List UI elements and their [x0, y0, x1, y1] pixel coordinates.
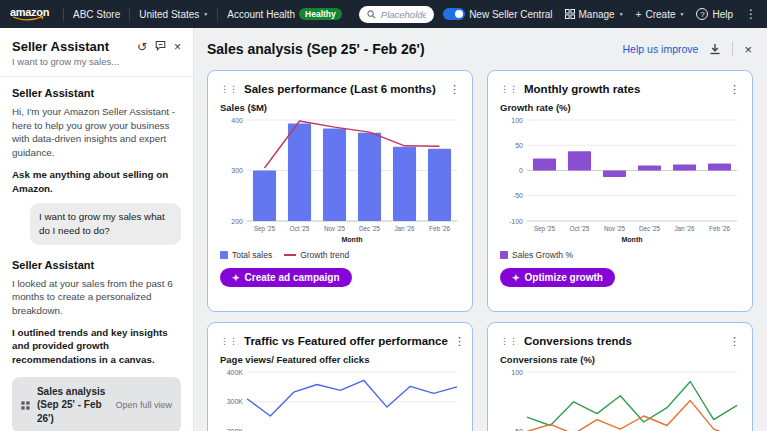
svg-text:Feb '26: Feb '26 [429, 225, 450, 232]
amazon-smile-icon [11, 15, 51, 23]
canvas-card-sales-analysis[interactable]: Sales analysis (Sep 25' - Feb 26') Open … [12, 377, 181, 431]
card-title: Monthly growth rates [524, 83, 640, 95]
drag-handle-icon[interactable]: ⋮⋮ [220, 85, 238, 94]
card-menu-icon[interactable]: ⋮ [449, 83, 460, 96]
canvas-card-title: Sales analysis (Sep 25' - Feb 26') [37, 385, 109, 426]
account-health-label: Account Health [227, 9, 295, 20]
page-title: Sales analysis (Sep 25' - Feb 26') [207, 41, 425, 57]
svg-text:Month: Month [342, 236, 363, 243]
manage-menu[interactable]: Manage ▼ [565, 9, 624, 20]
user-message-bubble: I want to grow my sales what do I need t… [30, 203, 181, 244]
svg-text:400K: 400K [227, 369, 244, 376]
svg-text:Dec '25: Dec '25 [359, 225, 381, 232]
drag-handle-icon[interactable]: ⋮⋮ [220, 337, 238, 346]
store-selector[interactable]: ABC Store [73, 9, 120, 20]
new-seller-central-toggle[interactable] [443, 8, 465, 20]
help-label: Help [712, 9, 733, 20]
card-menu-icon[interactable]: ⋮ [454, 335, 465, 348]
search-input[interactable] [381, 9, 426, 20]
chart-legend: Sales Growth % [500, 248, 740, 262]
svg-text:300K: 300K [227, 398, 244, 405]
svg-text:Oct '25: Oct '25 [290, 225, 310, 232]
traffic-performance-chart: 200K300K400K [220, 367, 462, 431]
create-ad-campaign-button[interactable]: ✦ Create ad campaign [220, 268, 352, 287]
divider [0, 76, 193, 77]
amazon-logo[interactable]: amazon [10, 6, 54, 22]
history-icon[interactable]: ↺ [137, 41, 147, 53]
plus-icon: + [636, 9, 642, 20]
button-label: Create ad campaign [245, 272, 340, 283]
search-box [359, 6, 434, 23]
chart-axis-title: Sales ($M) [220, 102, 460, 113]
panel-title: Seller Assistant [12, 39, 109, 54]
open-full-view-link[interactable]: Open full view [115, 400, 172, 410]
chart-axis-title: Page views/ Featured offer clicks [220, 354, 460, 365]
grid-icon [565, 9, 575, 19]
charts-grid: ⋮⋮ Sales performance (Last 6 months) ⋮ S… [207, 70, 753, 431]
legend-item: Total sales [220, 250, 272, 260]
chart-card-monthly-growth: ⋮⋮ Monthly growth rates ⋮ Growth rate (%… [487, 70, 753, 312]
svg-text:Month: Month [622, 236, 643, 243]
top-navigation-bar: amazon ABC Store United States ▼ Account… [0, 0, 767, 28]
svg-text:-50: -50 [513, 192, 523, 199]
svg-text:Oct '25: Oct '25 [570, 225, 590, 232]
card-menu-icon[interactable]: ⋮ [729, 83, 740, 96]
assistant-heading: Seller Assistant [12, 87, 181, 99]
svg-text:50: 50 [515, 142, 523, 149]
overflow-menu-icon[interactable]: ⋮ [745, 7, 757, 21]
manage-label: Manage [579, 9, 615, 20]
new-seller-central-toggle-group: New Seller Central [443, 8, 552, 20]
chart-card-sales-performance: ⋮⋮ Sales performance (Last 6 months) ⋮ S… [207, 70, 473, 312]
new-chat-icon[interactable] [155, 40, 166, 53]
panel-subtitle: I want to grow my sales... [12, 56, 181, 67]
chevron-down-icon: ▼ [679, 11, 684, 17]
canvas-icon [21, 400, 30, 411]
legend-swatch [220, 251, 228, 259]
card-title: Conversions trends [524, 335, 632, 347]
legend-item: Sales Growth % [500, 250, 573, 260]
card-menu-icon[interactable]: ⋮ [729, 335, 740, 348]
svg-text:Nov '25: Nov '25 [604, 225, 626, 232]
conversions-trends-chart: 50100 [500, 367, 742, 431]
svg-text:200: 200 [231, 218, 243, 225]
download-icon[interactable] [709, 43, 721, 55]
seller-assistant-panel: Seller Assistant ↺ × I want to grow my s… [0, 28, 194, 431]
canvas-main-area: Sales analysis (Sep 25' - Feb 26') Help … [194, 28, 767, 431]
create-menu[interactable]: + Create ▼ [636, 9, 685, 20]
chart-legend: Total salesGrowth trend [220, 248, 460, 262]
help-menu[interactable]: ? Help [696, 8, 733, 20]
country-selector[interactable]: United States ▼ [139, 9, 208, 20]
sales-performance-chart: 200300400Sep '25Oct '25Nov '25Dec '25Jan… [220, 115, 462, 247]
optimize-growth-button[interactable]: ✦ Optimize growth [500, 268, 615, 287]
sparkle-icon: ✦ [512, 273, 520, 283]
healthy-status-badge: Healthy [299, 8, 342, 20]
svg-text:Jan '26: Jan '26 [674, 225, 695, 232]
divider [732, 42, 733, 56]
account-health[interactable]: Account Health Healthy [227, 8, 342, 20]
chart-axis-title: Conversions rate (%) [500, 354, 740, 365]
close-icon[interactable]: × [174, 41, 181, 53]
country-label: United States [139, 9, 199, 20]
monthly-growth-chart: -100-50050100Sep '25Oct '25Nov '25Dec '2… [500, 115, 742, 247]
drag-handle-icon[interactable]: ⋮⋮ [500, 337, 518, 346]
svg-text:400: 400 [231, 117, 243, 124]
chevron-down-icon: ▼ [203, 11, 208, 17]
card-title: Sales performance (Last 6 months) [244, 83, 436, 95]
search-icon [367, 10, 376, 19]
svg-text:Sep '25: Sep '25 [534, 225, 556, 233]
drag-handle-icon[interactable]: ⋮⋮ [500, 85, 518, 94]
chevron-down-icon: ▼ [619, 11, 624, 17]
new-seller-central-label: New Seller Central [469, 9, 552, 20]
svg-text:300: 300 [231, 167, 243, 174]
svg-text:100: 100 [511, 117, 523, 124]
chart-card-traffic: ⋮⋮ Traffic vs Featured offer performance… [207, 322, 473, 431]
create-label: Create [645, 9, 675, 20]
close-canvas-icon[interactable]: × [744, 42, 752, 57]
sparkle-icon: ✦ [232, 273, 240, 283]
help-us-improve-link[interactable]: Help us improve [623, 43, 699, 55]
svg-text:100: 100 [511, 369, 523, 376]
svg-text:Feb '26: Feb '26 [709, 225, 730, 232]
assistant-prompt-text: Ask me anything about selling on Amazon. [12, 168, 181, 195]
svg-text:Sep '25: Sep '25 [254, 225, 276, 233]
legend-swatch [284, 254, 296, 256]
